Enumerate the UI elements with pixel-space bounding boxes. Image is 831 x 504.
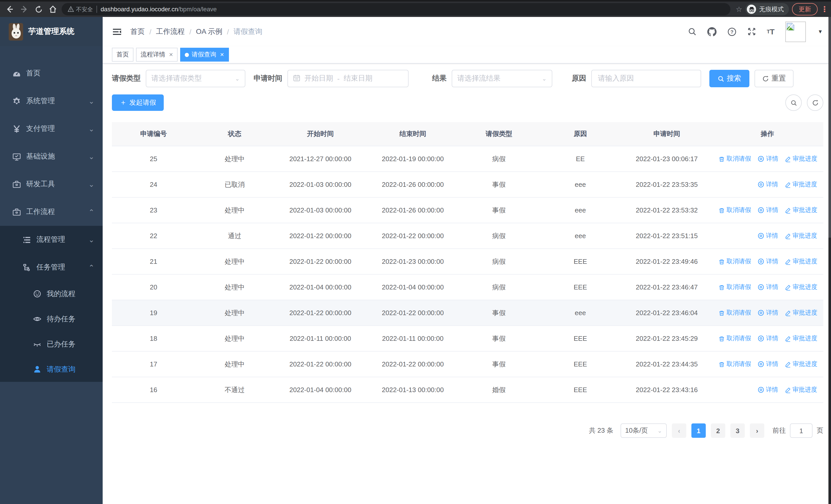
app-logo-row[interactable]: 芋道管理系统	[0, 17, 103, 46]
cell-reason: eee	[539, 223, 622, 249]
detail-action-link[interactable]: 详情	[758, 154, 778, 163]
detail-action-link[interactable]: 详情	[757, 385, 778, 394]
cancel-action-link[interactable]: 取消请假	[719, 360, 751, 368]
cell-applied: 2022-01-23 00:06:17	[622, 146, 711, 172]
breadcrumb-item[interactable]: 工作流程	[156, 27, 185, 36]
progress-action-link[interactable]: 审批进度	[785, 308, 818, 317]
bookmark-star-icon[interactable]: ☆	[736, 5, 742, 13]
table-row: 21处理中2022-01-22 00:00:002022-01-23 00:00…	[112, 249, 823, 274]
github-icon[interactable]	[707, 27, 717, 36]
action-label: 取消请假	[726, 308, 751, 317]
detail-action-link[interactable]: 详情	[758, 257, 778, 266]
sidebar-item-main-4[interactable]: 研发工具⌄	[0, 170, 103, 198]
tab-home[interactable]: 首页	[112, 48, 134, 62]
cell-status: 处理中	[195, 326, 274, 351]
cancel-action-link[interactable]: 取消请假	[719, 257, 751, 266]
detail-action-link[interactable]: 详情	[758, 359, 778, 368]
address-bar[interactable]: 不安全 dashboard.yudao.iocoder.cn/bpm/oa/le…	[62, 3, 730, 16]
reset-button[interactable]: 重置	[754, 70, 794, 87]
detail-action-link[interactable]: 详情	[758, 283, 778, 291]
close-icon[interactable]: ✕	[169, 52, 173, 58]
sidebar-item-main-3[interactable]: 基础设施⌄	[0, 143, 103, 170]
sidebar-item-main-0[interactable]: 首页	[0, 60, 103, 87]
browser-menu-icon[interactable]: ⋮	[821, 8, 827, 11]
progress-action-link[interactable]: 审批进度	[785, 232, 817, 240]
fullscreen-icon[interactable]	[747, 27, 756, 36]
action-label: 审批进度	[793, 283, 818, 292]
close-icon[interactable]: ✕	[220, 52, 224, 58]
progress-action-link[interactable]: 审批进度	[785, 180, 817, 189]
reason-input[interactable]: 请输入原因	[591, 70, 701, 87]
page-scrollbar[interactable]	[828, 17, 831, 504]
font-size-icon[interactable]: TT	[767, 28, 775, 35]
sidebar-item-sub-2[interactable]: 我的流程	[0, 281, 103, 306]
breadcrumb-item[interactable]: OA 示例	[196, 27, 223, 36]
browser-home-button[interactable]	[47, 4, 58, 15]
apply-time-range-picker[interactable]: 开始日期 - 结束日期	[287, 70, 408, 87]
prev-page-button[interactable]: ‹	[672, 423, 686, 438]
goto-page-input[interactable]: 1	[790, 423, 812, 438]
page-button-3[interactable]: 3	[730, 423, 745, 438]
tab-page-1[interactable]: 流程详情✕	[136, 48, 178, 62]
cancel-action-link[interactable]: 取消请假	[719, 206, 751, 214]
cell-end: 2022-01-22 00:00:00	[367, 351, 459, 377]
browser-back-button[interactable]	[4, 4, 16, 15]
table-row: 24已取消2022-01-03 00:00:002022-01-26 00:00…	[112, 172, 823, 197]
page-button-2[interactable]: 2	[711, 423, 725, 438]
cell-end: 2022-01-22 00:00:00	[367, 300, 459, 326]
detail-action-link[interactable]: 详情	[758, 334, 778, 343]
date-end-placeholder: 结束日期	[344, 74, 372, 83]
progress-action-link[interactable]: 审批进度	[785, 334, 818, 343]
browser-update-button[interactable]: 更新	[792, 3, 818, 16]
create-leave-button[interactable]: ＋ 发起请假	[112, 94, 164, 111]
sidebar-item-sub-5[interactable]: 请假查询	[0, 357, 103, 382]
progress-action-link[interactable]: 审批进度	[785, 206, 818, 214]
progress-action-link[interactable]: 审批进度	[785, 360, 818, 368]
caret-down-icon[interactable]: ▼	[818, 29, 823, 34]
sidebar-item-sub-3[interactable]: 待办任务	[0, 306, 103, 331]
browser-reload-button[interactable]	[33, 4, 44, 15]
show-search-toggle-button[interactable]	[785, 94, 802, 111]
action-label: 审批进度	[793, 360, 818, 368]
sidebar-item-main-2[interactable]: 支付管理⌄	[0, 115, 103, 143]
sidebar-item-sub-1[interactable]: 任务管理⌃	[0, 254, 103, 281]
page-button-1[interactable]: 1	[691, 423, 706, 438]
avatar[interactable]	[785, 21, 806, 42]
not-secure-warning[interactable]: 不安全	[68, 5, 93, 13]
browser-forward-button[interactable]	[19, 4, 30, 15]
sidebar-item-sub-4[interactable]: 已办任务	[0, 331, 103, 357]
help-icon[interactable]: ?	[727, 27, 737, 36]
sidebar-collapse-icon[interactable]	[112, 26, 122, 37]
sidebar-item-main-5[interactable]: 工作流程⌃	[0, 198, 103, 226]
detail-action-link[interactable]: 详情	[758, 206, 778, 214]
next-page-button[interactable]: ›	[750, 423, 764, 438]
progress-action-link[interactable]: 审批进度	[785, 283, 818, 292]
cell-id: 16	[112, 377, 195, 403]
cell-applied: 2022-01-22 23:46:04	[622, 300, 711, 326]
detail-action-link[interactable]: 详情	[758, 308, 778, 317]
cancel-action-link[interactable]: 取消请假	[719, 283, 751, 292]
cell-applied: 2022-01-22 23:49:46	[622, 249, 711, 274]
toolbox-icon	[12, 180, 21, 188]
cancel-action-link[interactable]: 取消请假	[719, 308, 751, 317]
detail-action-link[interactable]: 详情	[757, 231, 778, 240]
tab-page-2[interactable]: 请假查询✕	[180, 48, 229, 62]
cancel-action-link[interactable]: 取消请假	[719, 334, 751, 343]
cell-start: 2021-12-27 00:00:00	[274, 146, 367, 172]
progress-action-link[interactable]: 审批进度	[785, 257, 818, 266]
action-label: 审批进度	[793, 206, 818, 214]
result-select[interactable]: 请选择流结果 ⌄	[452, 70, 552, 87]
cancel-action-link[interactable]: 取消请假	[719, 154, 751, 163]
search-icon[interactable]	[688, 27, 696, 36]
progress-action-link[interactable]: 审批进度	[785, 154, 818, 163]
search-button[interactable]: 搜索	[709, 70, 749, 87]
breadcrumb-item[interactable]: 首页	[131, 27, 145, 36]
refresh-table-button[interactable]	[807, 94, 823, 111]
leave-type-select[interactable]: 请选择请假类型 ⌄	[146, 70, 245, 87]
detail-action-link[interactable]: 详情	[757, 180, 778, 188]
page-size-select[interactable]: 10条/页 ⌄	[621, 423, 667, 438]
progress-action-link[interactable]: 审批进度	[785, 385, 817, 394]
sidebar-item-main-1[interactable]: 系统管理⌄	[0, 87, 103, 115]
trash-icon	[719, 361, 725, 367]
sidebar-item-sub-0[interactable]: 流程管理⌄	[0, 226, 103, 254]
